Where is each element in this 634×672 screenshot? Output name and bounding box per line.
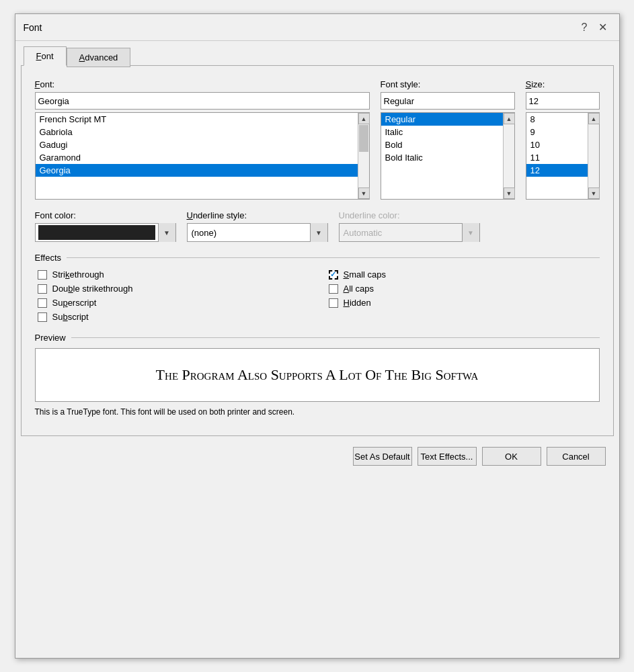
tabs: Font Advanced [15, 41, 619, 66]
help-button[interactable]: ? [578, 20, 592, 35]
subscript-checkbox[interactable] [38, 312, 47, 322]
underline-color-group: Underline color: Automatic ▼ [339, 210, 480, 242]
font-color-group: Font color: ▼ [35, 210, 176, 242]
list-item[interactable]: Garamond [36, 151, 358, 164]
underline-style-value: (none) [188, 228, 310, 238]
effects-header: Effects [35, 253, 600, 263]
scroll-up-btn[interactable]: ▲ [358, 113, 370, 124]
underline-color-value: Automatic [340, 228, 462, 238]
ok-button[interactable]: OK [482, 447, 541, 466]
font-style-text-input[interactable]: Regular [381, 92, 515, 110]
underline-style-label: Underline style: [187, 210, 328, 220]
list-item-selected[interactable]: 12 [526, 164, 588, 177]
font-style-scrollbar: ▲ ▼ [503, 113, 514, 199]
color-row: Font color: ▼ Underline style: (none) ▼ … [35, 210, 600, 242]
all-caps-checkbox[interactable] [329, 284, 338, 294]
list-item[interactable]: Gabriola [36, 126, 358, 138]
font-size-label: Size: [526, 79, 600, 89]
underline-color-arrow-icon: ▼ [462, 223, 479, 242]
underline-style-dropdown[interactable]: (none) ▼ [187, 223, 328, 242]
text-effects-button[interactable]: Text Effects... [418, 447, 477, 466]
tab-content-font: Font: Georgia French Script MT Gabriola … [21, 65, 614, 436]
scroll-thumb [359, 125, 368, 152]
scroll-track [358, 153, 369, 187]
tab-advanced[interactable]: Advanced [67, 48, 131, 67]
list-item[interactable]: Italic [381, 126, 503, 138]
set-default-button[interactable]: Set As Default [353, 447, 412, 466]
font-style-label: Font style: [381, 79, 515, 89]
hidden-item: Hidden [329, 298, 600, 308]
strikethrough-checkbox[interactable] [38, 270, 47, 280]
title-bar-left: Font [24, 22, 42, 33]
underline-style-arrow-icon: ▼ [310, 223, 327, 242]
font-style-field-group: Font style: Regular Regular Italic Bold … [381, 79, 515, 200]
list-item[interactable]: Gadugi [36, 138, 358, 151]
list-item-selected[interactable]: Regular [381, 113, 503, 126]
font-dialog: Font ? ✕ Font Advanced Font: Georgia [15, 13, 620, 659]
list-item[interactable]: 11 [526, 151, 588, 164]
cancel-button[interactable]: Cancel [547, 447, 606, 466]
font-style-list-container: Regular Italic Bold Bold Italic ▲ ▼ [381, 112, 515, 200]
hidden-checkbox[interactable] [329, 298, 338, 308]
scroll-down-btn[interactable]: ▼ [504, 187, 515, 199]
strikethrough-item: Strikethrough [38, 269, 309, 280]
font-color-arrow-icon: ▼ [158, 223, 175, 242]
list-item[interactable]: Bold [381, 138, 503, 151]
list-item-selected[interactable]: Georgia [36, 164, 358, 177]
small-caps-item: ✓ Small caps [329, 269, 600, 280]
dialog-title: Font [24, 22, 42, 33]
scroll-down-btn[interactable]: ▼ [588, 187, 600, 199]
preview-box: The Program Also Supports A Lot Of The B… [35, 348, 600, 402]
tab-font[interactable]: Font [24, 46, 67, 66]
list-item[interactable]: 9 [526, 126, 588, 138]
font-style-size-row: Font: Georgia French Script MT Gabriola … [35, 79, 600, 200]
title-bar: Font ? ✕ [15, 14, 619, 41]
subscript-label: Subscript [52, 312, 89, 322]
effects-section: Effects Strikethrough ✓ Small caps [35, 253, 600, 322]
font-color-label: Font color: [35, 210, 176, 220]
scroll-down-btn[interactable]: ▼ [358, 187, 370, 199]
superscript-label: Superscript [52, 298, 97, 308]
checkmark-icon: ✓ [330, 270, 336, 279]
font-label: Font: [35, 79, 370, 89]
list-item[interactable]: French Script MT [36, 113, 358, 126]
small-caps-label: Small caps [344, 269, 387, 280]
font-list-container: French Script MT Gabriola Gadugi Garamon… [35, 112, 370, 200]
truetype-note: This is a TrueType font. This font will … [35, 407, 600, 417]
effects-grid: Strikethrough ✓ Small caps Double strike… [35, 269, 600, 322]
underline-color-dropdown[interactable]: Automatic ▼ [339, 223, 480, 242]
preview-divider [71, 337, 600, 338]
subscript-item: Subscript [38, 312, 309, 322]
font-style-list: Regular Italic Bold Bold Italic [381, 113, 503, 199]
double-strikethrough-checkbox[interactable] [38, 284, 47, 294]
close-button[interactable]: ✕ [594, 19, 611, 35]
small-caps-checkbox[interactable]: ✓ [329, 270, 338, 280]
all-caps-item: All caps [329, 284, 600, 294]
font-size-text-input[interactable]: 12 [526, 92, 600, 110]
scroll-track [504, 124, 514, 187]
hidden-label: Hidden [344, 298, 371, 308]
scroll-up-btn[interactable]: ▲ [504, 113, 515, 124]
font-size-scrollbar: ▲ ▼ [588, 113, 599, 199]
scroll-track [588, 124, 599, 187]
font-size-field-group: Size: 12 8 9 10 11 12 ▲ ▼ [526, 79, 600, 200]
font-color-dropdown[interactable]: ▼ [35, 223, 176, 242]
font-list: French Script MT Gabriola Gadugi Garamon… [36, 113, 358, 199]
font-color-swatch [38, 225, 155, 240]
font-scrollbar: ▲ ▼ [358, 113, 369, 199]
effects-label: Effects [35, 253, 67, 263]
underline-color-label: Underline color: [339, 210, 480, 220]
superscript-item: Superscript [38, 298, 309, 308]
preview-text: The Program Also Supports A Lot Of The B… [156, 366, 479, 384]
preview-section: Preview The Program Also Supports A Lot … [35, 333, 600, 417]
superscript-checkbox[interactable] [38, 298, 47, 308]
list-item[interactable]: Bold Italic [381, 151, 503, 164]
double-strikethrough-label: Double strikethrough [52, 284, 133, 294]
tab-advanced-label: Advanced [79, 52, 118, 62]
font-size-list-container: 8 9 10 11 12 ▲ ▼ [526, 112, 600, 200]
scroll-up-btn[interactable]: ▲ [588, 113, 600, 124]
list-item[interactable]: 10 [526, 138, 588, 151]
dialog-buttons: Set As Default Text Effects... OK Cancel [15, 442, 619, 476]
font-text-input[interactable]: Georgia [35, 92, 370, 110]
list-item[interactable]: 8 [526, 113, 588, 126]
